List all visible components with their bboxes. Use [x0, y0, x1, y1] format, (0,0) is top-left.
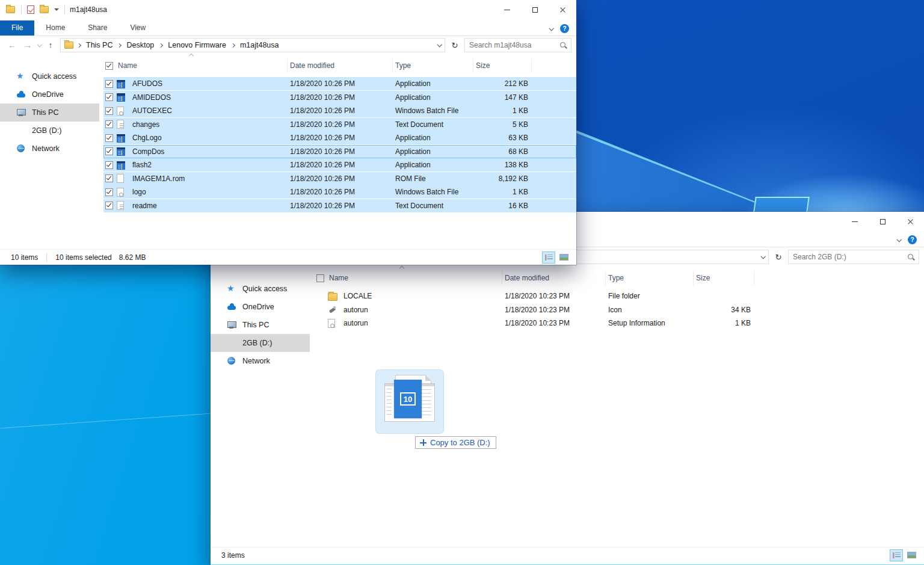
details-view-button[interactable]: [890, 549, 903, 561]
file-name: AUTOEXEC: [130, 107, 288, 115]
sidebar-item[interactable]: OneDrive: [0, 85, 99, 103]
maximize-button[interactable]: [521, 0, 549, 19]
search-input[interactable]: [469, 41, 556, 49]
file-row[interactable]: AMIDEDOS 1/18/2020 10:26 PM Application …: [103, 91, 576, 104]
breadcrumb-item[interactable]: Lenovo Firmware: [159, 41, 226, 49]
ribbon-tab[interactable]: Home: [34, 20, 76, 36]
up-icon[interactable]: [45, 39, 57, 51]
maximize-button[interactable]: [869, 212, 896, 232]
help-icon[interactable]: ?: [908, 235, 917, 244]
breadcrumb-label[interactable]: Desktop: [126, 41, 154, 49]
ribbon-tab[interactable]: File: [0, 20, 34, 36]
column-header-size[interactable]: Size: [473, 58, 532, 73]
ribbon-collapse-icon[interactable]: [549, 26, 553, 31]
file-row[interactable]: AUTOEXEC 1/18/2020 10:26 PM Windows Batc…: [103, 104, 576, 117]
row-checkbox[interactable]: [105, 80, 113, 88]
address-dropdown-icon[interactable]: [760, 254, 765, 259]
close-button[interactable]: [896, 212, 924, 232]
sort-ascending-icon[interactable]: [399, 266, 404, 271]
sidebar-item-label: This PC: [242, 321, 269, 329]
qat-properties-icon[interactable]: [27, 5, 34, 14]
column-header-name[interactable]: Name: [116, 58, 288, 73]
select-all-checkbox[interactable]: [316, 274, 324, 282]
thumbnail-view-button[interactable]: [905, 549, 918, 561]
back-icon[interactable]: [6, 39, 18, 51]
row-checkbox[interactable]: [105, 188, 113, 196]
search-box[interactable]: [464, 38, 571, 52]
file-type-icon: [117, 80, 125, 88]
file-row[interactable]: AFUDOS 1/18/2020 10:26 PM Application 21…: [103, 77, 576, 90]
column-header-size[interactable]: Size: [694, 271, 754, 285]
file-row[interactable]: autorun 1/18/2020 10:23 PM Setup Informa…: [315, 316, 924, 330]
close-button[interactable]: [549, 0, 576, 19]
sidebar-item[interactable]: Network: [211, 352, 310, 370]
thumbnail-view-button[interactable]: [557, 252, 570, 264]
file-row[interactable]: LOCALE 1/18/2020 10:23 PM File folder: [315, 289, 924, 303]
qat-customize-icon[interactable]: [54, 8, 59, 11]
file-type-icon: [328, 305, 337, 315]
breadcrumb-label[interactable]: This PC: [86, 41, 112, 49]
ribbon-collapse-icon[interactable]: [896, 237, 901, 242]
breadcrumb-label[interactable]: m1ajt48usa: [240, 41, 279, 49]
file-row[interactable]: changes 1/18/2020 10:26 PM Text Document…: [103, 118, 576, 131]
row-checkbox[interactable]: [105, 174, 113, 182]
file-row[interactable]: autorun 1/18/2020 10:23 PM Icon 34 KB: [315, 303, 924, 316]
sidebar-item[interactable]: Quick access: [0, 67, 99, 85]
sidebar-item[interactable]: This PC: [211, 316, 310, 334]
titlebar[interactable]: m1ajt48usa: [0, 0, 576, 19]
column-header-date[interactable]: Date modified: [502, 271, 606, 285]
ribbon-tab[interactable]: Share: [76, 20, 119, 36]
column-header-type[interactable]: Type: [393, 58, 473, 73]
breadcrumb: This PC Desktop Lenovo Firmware m1ajt48u…: [78, 41, 279, 49]
file-row[interactable]: CompDos 1/18/2020 10:26 PM Application 6…: [103, 145, 576, 158]
ribbon-tab[interactable]: View: [119, 20, 157, 36]
qat-new-folder-icon[interactable]: [40, 6, 49, 13]
breadcrumb-item[interactable]: Desktop: [118, 41, 154, 49]
search-input[interactable]: [793, 253, 904, 261]
column-header-date[interactable]: Date modified: [288, 58, 393, 73]
sidebar-item[interactable]: OneDrive: [211, 298, 310, 316]
select-all-checkbox[interactable]: [105, 62, 113, 70]
file-row[interactable]: logo 1/18/2020 10:26 PM Windows Batch Fi…: [103, 185, 576, 199]
row-checkbox[interactable]: [105, 147, 113, 155]
minimize-button[interactable]: [841, 212, 869, 232]
column-header-name[interactable]: Name: [327, 271, 502, 285]
row-checkbox[interactable]: [105, 161, 113, 169]
sort-ascending-icon[interactable]: [189, 54, 194, 58]
file-row[interactable]: IMAGEM1A.rom 1/18/2020 10:26 PM ROM File…: [103, 172, 576, 185]
sidebar-item-label: 2GB (D:): [32, 126, 61, 135]
breadcrumb-label[interactable]: Lenovo Firmware: [168, 41, 226, 49]
forward-icon[interactable]: [22, 39, 34, 51]
details-view-button[interactable]: [542, 252, 555, 264]
file-type: Text Document: [393, 120, 473, 129]
sidebar-item[interactable]: Network: [0, 140, 99, 158]
column-header-type[interactable]: Type: [606, 271, 694, 285]
row-checkbox[interactable]: [105, 134, 113, 142]
refresh-icon[interactable]: [449, 39, 461, 51]
sidebar-item[interactable]: 2GB (D:): [211, 334, 310, 352]
breadcrumb-item[interactable]: This PC: [78, 41, 112, 49]
search-box[interactable]: [788, 250, 919, 264]
file-type-icon: [117, 161, 125, 170]
location-folder-icon: [64, 42, 73, 49]
address-bar[interactable]: This PC Desktop Lenovo Firmware m1ajt48u…: [60, 38, 445, 52]
row-checkbox[interactable]: [105, 107, 113, 115]
address-dropdown-icon[interactable]: [437, 42, 442, 47]
file-type-icon: [117, 120, 124, 129]
help-icon[interactable]: ?: [560, 24, 569, 33]
breadcrumb-item[interactable]: m1ajt48usa: [232, 41, 279, 49]
minimize-button[interactable]: [493, 0, 521, 19]
sidebar-item[interactable]: This PC: [0, 103, 99, 122]
row-checkbox[interactable]: [105, 93, 113, 101]
breadcrumb-separator-icon: [77, 43, 81, 47]
file-row[interactable]: ChgLogo 1/18/2020 10:26 PM Application 6…: [103, 131, 576, 144]
file-row[interactable]: flash2 1/18/2020 10:26 PM Application 13…: [103, 158, 576, 171]
sidebar-item[interactable]: 2GB (D:): [0, 122, 99, 140]
file-row[interactable]: readme 1/18/2020 10:26 PM Text Document …: [103, 199, 576, 212]
sidebar-item[interactable]: Quick access: [211, 280, 310, 298]
file-date-modified: 1/18/2020 10:26 PM: [288, 161, 393, 169]
refresh-icon[interactable]: [772, 251, 784, 263]
recent-locations-icon[interactable]: [37, 42, 42, 47]
row-checkbox[interactable]: [105, 202, 113, 209]
row-checkbox[interactable]: [105, 120, 113, 128]
